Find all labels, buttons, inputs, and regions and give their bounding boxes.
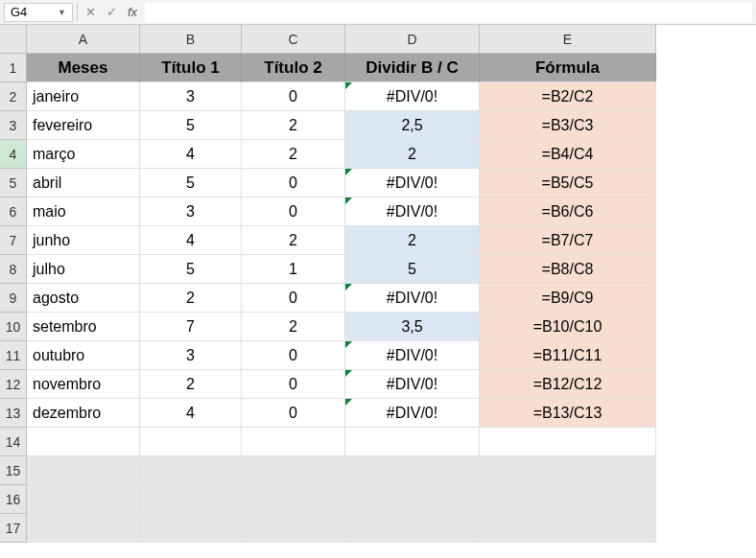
header-cell-C[interactable]: Título 2 <box>242 54 345 82</box>
column-header-B[interactable]: B <box>140 25 242 54</box>
cell-A6[interactable]: maio <box>27 198 140 226</box>
row-header-6[interactable]: 6 <box>0 198 27 226</box>
header-cell-E[interactable]: Fórmula <box>480 54 656 82</box>
cell-D10[interactable]: 3,5 <box>345 313 480 341</box>
cell-B4[interactable]: 4 <box>140 140 242 169</box>
cell-B17[interactable] <box>140 514 242 543</box>
cell-C10[interactable]: 2 <box>242 313 345 341</box>
cell-D11[interactable]: #DIV/0! <box>345 341 480 370</box>
cell-C4[interactable]: 2 <box>242 140 345 169</box>
cell-B14[interactable] <box>140 428 242 456</box>
cell-B16[interactable] <box>140 485 242 514</box>
cell-A13[interactable]: dezembro <box>27 399 140 428</box>
cell-D17[interactable] <box>345 514 480 543</box>
cell-A15[interactable] <box>27 456 140 485</box>
row-header-12[interactable]: 12 <box>0 370 27 399</box>
cell-C5[interactable]: 0 <box>242 169 345 198</box>
row-header-16[interactable]: 16 <box>0 485 27 514</box>
column-header-E[interactable]: E <box>480 25 656 54</box>
formula-input[interactable] <box>145 3 752 22</box>
cell-D15[interactable] <box>345 456 480 485</box>
cancel-icon[interactable]: ✕ <box>82 4 99 21</box>
cell-D12[interactable]: #DIV/0! <box>345 370 480 399</box>
cell-E6[interactable]: =B6/C6 <box>480 198 656 226</box>
cell-D3[interactable]: 2,5 <box>345 111 480 140</box>
chevron-down-icon[interactable]: ▼ <box>58 8 66 17</box>
cell-C12[interactable]: 0 <box>242 370 345 399</box>
cell-C16[interactable] <box>242 485 345 514</box>
cell-E12[interactable]: =B12/C12 <box>480 370 656 399</box>
cell-B10[interactable]: 7 <box>140 313 242 341</box>
cell-D13[interactable]: #DIV/0! <box>345 399 480 428</box>
cell-E4[interactable]: =B4/C4 <box>480 140 656 169</box>
cell-D8[interactable]: 5 <box>345 255 480 284</box>
row-header-4[interactable]: 4 <box>0 140 27 169</box>
row-header-5[interactable]: 5 <box>0 169 27 198</box>
cell-B15[interactable] <box>140 456 242 485</box>
row-header-11[interactable]: 11 <box>0 341 27 370</box>
cell-C2[interactable]: 0 <box>242 82 345 111</box>
cell-E3[interactable]: =B3/C3 <box>480 111 656 140</box>
row-header-8[interactable]: 8 <box>0 255 27 284</box>
cell-A10[interactable]: setembro <box>27 313 140 341</box>
column-header-A[interactable]: A <box>27 25 140 54</box>
cell-C13[interactable]: 0 <box>242 399 345 428</box>
cell-A4[interactable]: março <box>27 140 140 169</box>
cell-D16[interactable] <box>345 485 480 514</box>
cell-A14[interactable] <box>27 428 140 456</box>
cell-A9[interactable]: agosto <box>27 284 140 313</box>
cell-E5[interactable]: =B5/C5 <box>480 169 656 198</box>
cell-A5[interactable]: abril <box>27 169 140 198</box>
row-header-10[interactable]: 10 <box>0 313 27 341</box>
cell-D6[interactable]: #DIV/0! <box>345 198 480 226</box>
row-header-14[interactable]: 14 <box>0 428 27 456</box>
cell-C11[interactable]: 0 <box>242 341 345 370</box>
cell-E10[interactable]: =B10/C10 <box>480 313 656 341</box>
cell-E9[interactable]: =B9/C9 <box>480 284 656 313</box>
column-header-D[interactable]: D <box>345 25 480 54</box>
cell-E8[interactable]: =B8/C8 <box>480 255 656 284</box>
cell-C6[interactable]: 0 <box>242 198 345 226</box>
cell-B11[interactable]: 3 <box>140 341 242 370</box>
name-box[interactable]: G4 ▼ <box>4 3 73 22</box>
row-header-2[interactable]: 2 <box>0 82 27 111</box>
header-cell-D[interactable]: Dividir B / C <box>345 54 480 82</box>
confirm-icon[interactable]: ✓ <box>103 4 120 21</box>
cell-D14[interactable] <box>345 428 480 456</box>
row-header-17[interactable]: 17 <box>0 514 27 543</box>
cell-B2[interactable]: 3 <box>140 82 242 111</box>
cell-E2[interactable]: =B2/C2 <box>480 82 656 111</box>
fx-icon[interactable]: fx <box>124 4 141 21</box>
cell-B6[interactable]: 3 <box>140 198 242 226</box>
cell-E14[interactable] <box>480 428 656 456</box>
cell-B13[interactable]: 4 <box>140 399 242 428</box>
cell-C8[interactable]: 1 <box>242 255 345 284</box>
cell-A3[interactable]: fevereiro <box>27 111 140 140</box>
row-header-13[interactable]: 13 <box>0 399 27 428</box>
header-cell-A[interactable]: Meses <box>27 54 140 82</box>
select-all-corner[interactable] <box>0 25 27 54</box>
cell-E17[interactable] <box>480 514 656 543</box>
cell-B8[interactable]: 5 <box>140 255 242 284</box>
cell-D4[interactable]: 2 <box>345 140 480 169</box>
cell-B5[interactable]: 5 <box>140 169 242 198</box>
column-header-C[interactable]: C <box>242 25 345 54</box>
cell-E13[interactable]: =B13/C13 <box>480 399 656 428</box>
row-header-9[interactable]: 9 <box>0 284 27 313</box>
cell-D2[interactable]: #DIV/0! <box>345 82 480 111</box>
cell-E7[interactable]: =B7/C7 <box>480 226 656 255</box>
cell-A16[interactable] <box>27 485 140 514</box>
cell-D5[interactable]: #DIV/0! <box>345 169 480 198</box>
cell-C15[interactable] <box>242 456 345 485</box>
cell-E16[interactable] <box>480 485 656 514</box>
row-header-3[interactable]: 3 <box>0 111 27 140</box>
row-header-7[interactable]: 7 <box>0 226 27 255</box>
cell-C17[interactable] <box>242 514 345 543</box>
spreadsheet-grid[interactable]: ABCDE1MesesTítulo 1Título 2Dividir B / C… <box>0 25 756 543</box>
row-header-15[interactable]: 15 <box>0 456 27 485</box>
cell-A2[interactable]: janeiro <box>27 82 140 111</box>
header-cell-B[interactable]: Título 1 <box>140 54 242 82</box>
cell-E11[interactable]: =B11/C11 <box>480 341 656 370</box>
cell-B3[interactable]: 5 <box>140 111 242 140</box>
cell-A8[interactable]: julho <box>27 255 140 284</box>
